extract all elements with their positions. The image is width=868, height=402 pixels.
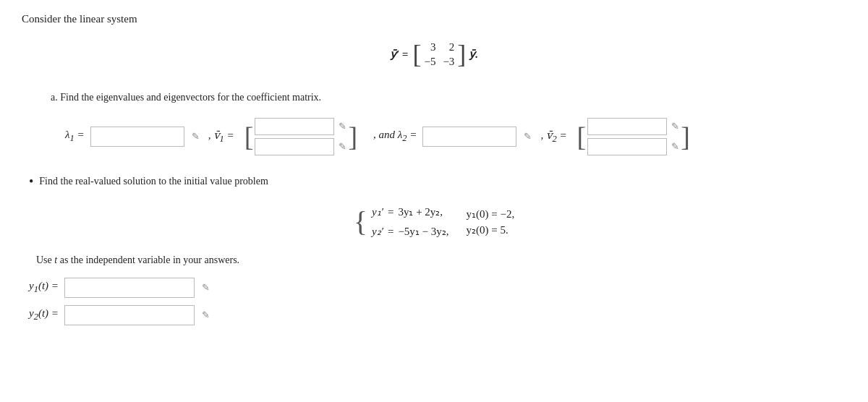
- v1-row2: ✎: [255, 138, 346, 155]
- pencil1[interactable]: ✎: [192, 131, 200, 142]
- bullet-label: Find the real-valued solution to the ini…: [39, 176, 268, 187]
- section-a: a. Find the eigenvalues and eigenvectors…: [22, 91, 846, 103]
- v1-pencil2[interactable]: ✎: [339, 141, 346, 153]
- v1-label: , v̄1 =: [208, 129, 234, 145]
- ivp-eq1-lhs: y₁′: [372, 202, 383, 222]
- bracket-left: [: [412, 41, 421, 67]
- matrix-equation: ȳ′ = [ 3 2 −5 −3 ] ȳ.: [22, 38, 846, 71]
- matrix-r2c1: −5: [424, 54, 435, 69]
- v2-label: , v̄2 =: [540, 129, 566, 145]
- matrix-grid: 3 2 −5 −3: [421, 38, 457, 71]
- ivp-eq1-rhs: 3y₁ + 2y₂,: [398, 202, 443, 222]
- use-t-label: Use t as the independent variable in you…: [36, 255, 239, 265]
- ivp-eq2-equals: =: [388, 222, 393, 241]
- y1-input[interactable]: [64, 278, 195, 298]
- v2-bracket-wrap: [ ✎ ✎ ]: [576, 115, 692, 158]
- matrix-lhs: ȳ′ =: [390, 48, 409, 61]
- y1-pencil[interactable]: ✎: [202, 282, 210, 294]
- page-title: Consider the linear system: [22, 13, 846, 25]
- brace-left: {: [354, 208, 367, 236]
- y2-label: y2(t) =: [29, 307, 59, 322]
- pencil2[interactable]: ✎: [524, 131, 532, 142]
- ivp-eq1: y₁′ = 3y₁ + 2y₂,: [372, 202, 449, 222]
- lambda2-input[interactable]: [422, 127, 516, 147]
- ivp-ic2: y₂(0) = 5.: [467, 223, 515, 236]
- lambda1-label: λ1 =: [65, 129, 85, 144]
- ivp-ic1: y₁(0) = −2,: [467, 208, 515, 221]
- v1-row1: ✎: [255, 118, 346, 135]
- ivp-eq2-lhs: y₂′: [372, 222, 383, 241]
- ivp-eq1-equals: =: [388, 202, 393, 222]
- ivp-equations: y₁′ = 3y₁ + 2y₂, y₂′ = −5y₁ − 3y₂,: [372, 202, 449, 241]
- v2-input1[interactable]: [587, 118, 667, 135]
- section-a-label: a. Find the eigenvalues and eigenvectors…: [36, 92, 321, 103]
- v1-bracket-left: [: [243, 115, 255, 158]
- v2-pencil2[interactable]: ✎: [671, 141, 679, 153]
- matrix-r2c2: −3: [443, 54, 454, 69]
- v2-row1: ✎: [587, 118, 679, 135]
- y2-pencil[interactable]: ✎: [202, 309, 210, 321]
- v2-row2: ✎: [587, 138, 679, 155]
- lambda1-input[interactable]: [90, 127, 184, 147]
- v1-bracket-wrap: [ ✎ ✎ ]: [243, 115, 359, 158]
- matrix-rhs: ȳ.: [469, 48, 478, 61]
- bracket-right: ]: [457, 41, 466, 67]
- v1-input1[interactable]: [255, 118, 334, 135]
- and-lambda2-label: , and λ2 =: [373, 129, 417, 144]
- v1-bracket-right: ]: [346, 115, 359, 158]
- v1-input2[interactable]: [255, 138, 334, 155]
- ivp-eq2-rhs: −5y₁ − 3y₂,: [398, 222, 448, 241]
- ivp-eq2: y₂′ = −5y₁ − 3y₂,: [372, 222, 449, 241]
- v2-bracket-right: ]: [679, 115, 692, 158]
- v1-inputs: ✎ ✎: [255, 115, 346, 158]
- matrix-wrapper: [ 3 2 −5 −3 ]: [412, 38, 466, 71]
- ivp-system: { y₁′ = 3y₁ + 2y₂, y₂′ = −5y₁ − 3y₂, y₁(…: [22, 202, 846, 241]
- v2-input2[interactable]: [587, 138, 667, 155]
- y2-input[interactable]: [64, 305, 195, 325]
- use-t-section: Use t as the independent variable in you…: [22, 255, 846, 266]
- matrix-r1c1: 3: [424, 40, 435, 54]
- bullet-dot: •: [29, 174, 33, 189]
- v1-pencil1[interactable]: ✎: [339, 121, 346, 132]
- y1-label: y1(t) =: [29, 280, 59, 295]
- v2-bracket-left: [: [576, 115, 588, 158]
- y2-answer-row: y2(t) = ✎: [22, 305, 846, 325]
- bullet-section: • Find the real-valued solution to the i…: [29, 176, 846, 189]
- y1-answer-row: y1(t) = ✎: [22, 278, 846, 298]
- eigenvalue-row: λ1 = ✎ , v̄1 = [ ✎ ✎ ] , and λ2 = ✎ , v̄…: [22, 115, 846, 158]
- ivp-conditions: y₁(0) = −2, y₂(0) = 5.: [467, 208, 515, 236]
- matrix-r1c2: 2: [443, 40, 454, 54]
- v2-pencil1[interactable]: ✎: [671, 121, 679, 132]
- v2-inputs: ✎ ✎: [587, 115, 679, 158]
